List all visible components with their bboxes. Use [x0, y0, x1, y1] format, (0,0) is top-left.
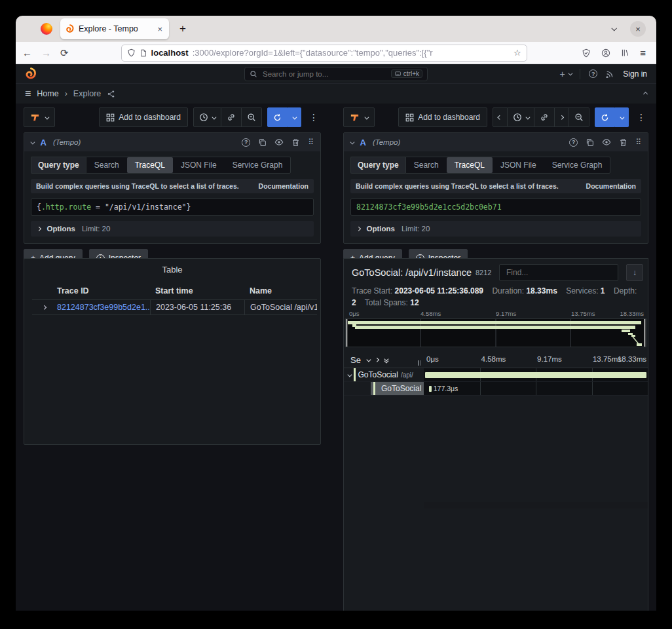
- tab-traceql[interactable]: TraceQL: [447, 157, 493, 173]
- col-trace-id[interactable]: Trace ID: [56, 286, 150, 295]
- tab-service-graph[interactable]: Service Graph: [225, 157, 291, 173]
- menu-hamburger-icon[interactable]: ≡: [640, 47, 646, 58]
- new-menu-button[interactable]: +: [560, 69, 572, 79]
- column-resizer[interactable]: [418, 360, 421, 366]
- span-duration-bar[interactable]: [425, 372, 647, 378]
- tab-search[interactable]: Search: [406, 157, 447, 173]
- row-expander-icon[interactable]: [42, 305, 46, 309]
- col-name[interactable]: Name: [244, 286, 317, 295]
- col-start-time[interactable]: Start time: [150, 286, 244, 295]
- time-shift-back-button[interactable]: [493, 107, 508, 127]
- run-query-button[interactable]: [595, 107, 615, 127]
- tab-search[interactable]: Search: [86, 157, 127, 173]
- time-shift-forward-button[interactable]: [555, 107, 569, 127]
- more-options-icon[interactable]: ⋮: [634, 112, 648, 123]
- run-query-interval-button[interactable]: [288, 107, 302, 127]
- disable-query-eye-icon[interactable]: [274, 138, 284, 147]
- documentation-link[interactable]: Documentation: [259, 182, 308, 190]
- remove-query-trash-icon[interactable]: [291, 138, 300, 147]
- copy-link-button[interactable]: [221, 107, 242, 127]
- share-icon[interactable]: [107, 90, 115, 98]
- span-row-select[interactable]: GoToSocial 177.3μs: [344, 382, 648, 396]
- traceql-query-input[interactable]: {.http.route = "/api/v1/instance"}: [31, 199, 314, 216]
- tab-service-graph[interactable]: Service Graph: [544, 157, 610, 173]
- query-help-icon[interactable]: ?: [569, 138, 578, 147]
- tab-traceql[interactable]: TraceQL: [127, 157, 173, 173]
- sign-in-button[interactable]: Sign in: [623, 69, 647, 79]
- collapse-query-icon[interactable]: [31, 140, 35, 143]
- options-summary: Limit: 20: [401, 225, 430, 233]
- options-row[interactable]: Options Limit: 20: [350, 221, 641, 237]
- collapse-query-icon[interactable]: [350, 140, 354, 143]
- firefox-icon[interactable]: [41, 23, 52, 35]
- global-search-input[interactable]: [261, 69, 387, 79]
- remove-query-trash-icon[interactable]: [619, 138, 627, 147]
- traceql-info-text: Build complex queries using TraceQL to s…: [356, 182, 559, 190]
- drag-handle-icon[interactable]: ⠿: [635, 138, 641, 147]
- copy-query-icon[interactable]: [258, 138, 267, 147]
- options-row[interactable]: Options Limit: 20: [31, 221, 314, 237]
- mega-menu-icon[interactable]: ≡: [25, 88, 31, 100]
- query-ref-id: A: [41, 138, 47, 147]
- chevron-down-icon[interactable]: [348, 372, 352, 376]
- global-search[interactable]: ctrl+k: [244, 67, 428, 81]
- span-row-root[interactable]: GoToSocial /api/: [344, 368, 648, 382]
- account-icon[interactable]: [601, 48, 610, 58]
- reload-icon[interactable]: ⟳: [60, 47, 69, 59]
- tab-json-file[interactable]: JSON File: [173, 157, 225, 173]
- protections-shield-icon[interactable]: [582, 48, 591, 58]
- chevron-right-icon[interactable]: [375, 358, 379, 362]
- traceql-query-input[interactable]: 82124873cf3e99b5d2e1cc5d2bc0eb71: [350, 199, 641, 216]
- find-prev-button[interactable]: ↓: [626, 264, 643, 281]
- time-picker-button[interactable]: [508, 107, 535, 127]
- forward-icon[interactable]: →: [41, 47, 51, 58]
- news-rss-icon[interactable]: [606, 69, 614, 78]
- options-label: Options: [367, 225, 395, 233]
- disable-query-eye-icon[interactable]: [602, 138, 611, 147]
- add-to-dashboard-button[interactable]: Add to dashboard: [398, 107, 487, 127]
- breadcrumb-home[interactable]: Home: [37, 89, 58, 98]
- shield-icon[interactable]: [127, 48, 136, 57]
- query-row-header[interactable]: A (Tempo) ? ⠿: [344, 133, 648, 151]
- documentation-link[interactable]: Documentation: [586, 182, 636, 190]
- add-to-dashboard-button[interactable]: Add to dashboard: [99, 107, 188, 127]
- time-picker-button[interactable]: [193, 107, 221, 127]
- collapse-toolbar-icon[interactable]: [643, 92, 647, 96]
- trace-minimap[interactable]: [345, 318, 646, 347]
- span-duration-bar[interactable]: [429, 386, 432, 392]
- query-help-icon[interactable]: ?: [242, 138, 250, 147]
- drag-handle-icon[interactable]: ⠿: [308, 138, 314, 147]
- panel-title[interactable]: Table: [24, 259, 320, 275]
- traceql-info-bar: Build complex queries using TraceQL to s…: [350, 179, 641, 193]
- url-bar[interactable]: localhost:3000/explore?orgId=1&left={"da…: [121, 45, 527, 62]
- bookmark-star-icon[interactable]: ☆: [513, 48, 521, 58]
- page-info-icon[interactable]: [140, 49, 147, 57]
- run-query-button[interactable]: [267, 107, 288, 127]
- window-close-button[interactable]: ×: [630, 21, 646, 37]
- new-tab-button[interactable]: +: [179, 22, 186, 35]
- service-operation-header[interactable]: Se: [344, 353, 424, 368]
- query-row-header[interactable]: A (Tempo) ? ⠿: [24, 133, 320, 151]
- library-icon[interactable]: [621, 48, 629, 57]
- datasource-picker[interactable]: [24, 107, 55, 127]
- trace-id-link[interactable]: 82124873cf3e99b5d2e1...: [56, 303, 150, 312]
- list-tabs-icon[interactable]: [611, 26, 616, 31]
- query-type-tabs: Search TraceQL JSON File Service Graph: [405, 157, 611, 174]
- zoom-out-button[interactable]: [569, 107, 589, 127]
- tab-json-file[interactable]: JSON File: [493, 157, 544, 173]
- more-options-icon[interactable]: ⋮: [307, 112, 321, 123]
- datasource-picker[interactable]: [343, 107, 375, 127]
- tab-close-icon[interactable]: ×: [156, 24, 164, 34]
- zoom-out-button[interactable]: [242, 107, 262, 127]
- back-icon[interactable]: ←: [22, 47, 32, 58]
- collapse-all-icon[interactable]: [384, 358, 388, 362]
- browser-tab[interactable]: Explore - Tempo ×: [60, 18, 169, 39]
- help-icon[interactable]: ?: [589, 69, 597, 78]
- table-row[interactable]: 82124873cf3e99b5d2e1... 2023-06-05 11:25…: [32, 299, 317, 315]
- copy-query-icon[interactable]: [586, 138, 594, 147]
- run-query-interval-button[interactable]: [615, 107, 629, 127]
- copy-link-button[interactable]: [534, 107, 555, 127]
- find-input[interactable]: [499, 264, 618, 281]
- grafana-logo-icon[interactable]: [25, 67, 37, 80]
- breadcrumb-current[interactable]: Explore: [73, 89, 101, 98]
